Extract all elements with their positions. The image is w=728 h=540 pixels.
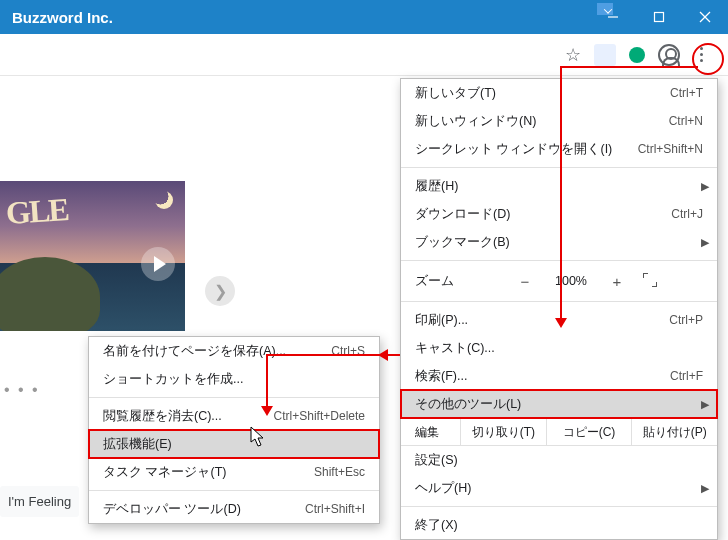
extension-icon-2[interactable] [626, 44, 648, 66]
close-button[interactable] [682, 0, 728, 34]
menu-item-downloads[interactable]: ダウンロード(D) Ctrl+J [401, 200, 717, 228]
submenu-item-dev-tools[interactable]: デベロッパー ツール(D) Ctrl+Shift+I [89, 495, 379, 523]
fullscreen-button[interactable] [637, 273, 663, 290]
submenu-item-task-manager[interactable]: タスク マネージャ(T) Shift+Esc [89, 458, 379, 486]
menu-item-cast[interactable]: キャスト(C)... [401, 334, 717, 362]
profile-icon[interactable] [658, 44, 680, 66]
window-title: Buzzword Inc. [12, 9, 113, 26]
annotation-arrow-down-2 [266, 354, 268, 414]
feeling-lucky-button[interactable]: I'm Feeling [0, 486, 79, 517]
edit-paste-button[interactable]: 貼り付け(P) [632, 419, 717, 445]
annotation-line-h [266, 354, 400, 356]
menu-separator [89, 397, 379, 398]
bookmark-star-icon[interactable]: ☆ [562, 44, 584, 66]
svg-rect-1 [655, 13, 664, 22]
chrome-main-menu: 新しいタブ(T) Ctrl+T 新しいウィンドウ(N) Ctrl+N シークレッ… [400, 78, 718, 540]
doodle-turtle [0, 257, 100, 331]
extension-icon-1[interactable] [594, 44, 616, 66]
annotation-arrow-down-1 [560, 66, 562, 326]
doodle-letters: GLE [5, 191, 69, 232]
page-content: GLE ❯ • • • I'm Feeling 新しいタブ(T) Ctrl+T … [0, 76, 728, 540]
menu-item-more-tools[interactable]: その他のツール(L) ▶ [401, 390, 717, 418]
chevron-right-icon: ▶ [701, 236, 709, 249]
menu-item-history[interactable]: 履歴(H) ▶ [401, 172, 717, 200]
zoom-in-button[interactable]: + [597, 273, 637, 290]
kebab-menu-icon[interactable] [690, 44, 712, 66]
menu-item-settings[interactable]: 設定(S) [401, 446, 717, 474]
zoom-label: ズーム [415, 273, 505, 290]
chevron-right-icon: ▶ [701, 398, 709, 411]
submenu-item-extensions[interactable]: 拡張機能(E) [89, 430, 379, 458]
chevron-right-icon: ▶ [701, 482, 709, 495]
edit-copy-button[interactable]: コピー(C) [547, 419, 633, 445]
menu-item-exit[interactable]: 終了(X) [401, 511, 717, 539]
menu-item-find[interactable]: 検索(F)... Ctrl+F [401, 362, 717, 390]
window-titlebar: Buzzword Inc. [0, 0, 728, 34]
chevron-right-icon: ▶ [701, 180, 709, 193]
menu-separator [401, 301, 717, 302]
doodle-next-button[interactable]: ❯ [205, 276, 235, 306]
browser-toolbar: ☆ [0, 34, 728, 76]
menu-item-incognito[interactable]: シークレット ウィンドウを開く(I) Ctrl+Shift+N [401, 135, 717, 163]
menu-separator [89, 490, 379, 491]
menu-separator [401, 167, 717, 168]
menu-item-edit-row: 編集 切り取り(T) コピー(C) 貼り付け(P) [401, 418, 717, 446]
zoom-value: 100% [545, 274, 597, 288]
fullscreen-icon [643, 273, 657, 287]
menu-item-zoom: ズーム − 100% + [401, 265, 717, 297]
submenu-item-save-as[interactable]: 名前を付けてページを保存(A)... Ctrl+S [89, 337, 379, 365]
zoom-out-button[interactable]: − [505, 273, 545, 290]
menu-item-new-window[interactable]: 新しいウィンドウ(N) Ctrl+N [401, 107, 717, 135]
menu-separator [401, 260, 717, 261]
menu-item-help[interactable]: ヘルプ(H) ▶ [401, 474, 717, 502]
edit-label: 編集 [401, 419, 461, 445]
edit-cut-button[interactable]: 切り取り(T) [461, 419, 547, 445]
maximize-button[interactable] [636, 0, 682, 34]
more-tools-submenu: 名前を付けてページを保存(A)... Ctrl+S ショートカットを作成... … [88, 336, 380, 524]
doodle-image[interactable]: GLE [0, 181, 185, 331]
ellipsis-text: • • • [4, 381, 40, 399]
menu-item-new-tab[interactable]: 新しいタブ(T) Ctrl+T [401, 79, 717, 107]
submenu-item-clear-browsing[interactable]: 閲覧履歴を消去(C)... Ctrl+Shift+Delete [89, 402, 379, 430]
menu-item-bookmarks[interactable]: ブックマーク(B) ▶ [401, 228, 717, 256]
submenu-item-create-shortcut[interactable]: ショートカットを作成... [89, 365, 379, 393]
play-icon[interactable] [141, 247, 175, 281]
moon-icon [155, 191, 173, 209]
annotation-arrow-corner [560, 66, 698, 68]
menu-separator [401, 506, 717, 507]
